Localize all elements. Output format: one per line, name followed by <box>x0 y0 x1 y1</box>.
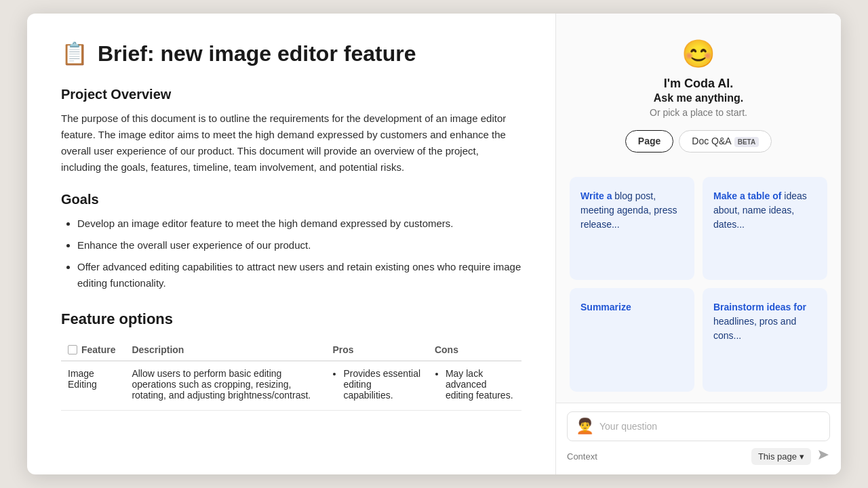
list-item: Offer advanced editing capabilities to a… <box>77 259 521 291</box>
cell-feature: Image Editing <box>61 361 125 411</box>
doc-header: 📋 Brief: new image editor feature <box>61 41 521 66</box>
ai-avatar: 😊 <box>682 38 715 70</box>
cell-pros: Provides essential editing capabilities. <box>326 361 427 411</box>
beta-badge: BETA <box>734 137 759 147</box>
send-icon <box>816 448 830 465</box>
context-tabs: Page Doc Q&ABETA <box>625 130 772 152</box>
table-row: Image Editing Allow users to perform bas… <box>61 361 521 411</box>
app-window: 📋 Brief: new image editor feature Projec… <box>27 14 841 474</box>
send-button[interactable] <box>816 448 830 465</box>
list-item: Provides essential editing capabilities. <box>343 368 420 401</box>
goals-section: Goals Develop an image editor feature to… <box>61 192 521 291</box>
project-overview-heading: Project Overview <box>61 87 521 102</box>
cell-description: Allow users to perform basic editing ope… <box>125 361 326 411</box>
context-select-button[interactable]: This page ▾ <box>751 448 811 465</box>
col-description: Description <box>125 339 326 361</box>
ai-prompt: Or pick a place to start. <box>650 107 747 118</box>
feature-table: Feature Description Pros Cons Image Edit… <box>61 339 521 411</box>
suggestion-grid: Write a blog post, meeting agenda, press… <box>556 166 841 403</box>
project-overview-text: The purpose of this document is to outli… <box>61 110 521 176</box>
context-option-label: This page <box>758 451 797 462</box>
ai-input-row: 🧑‍🦱 <box>567 411 830 441</box>
goals-list: Develop an image editor feature to meet … <box>61 216 521 291</box>
suggestion-write[interactable]: Write a blog post, meeting agenda, press… <box>570 177 694 281</box>
col-feature: Feature <box>61 339 125 361</box>
table-icon <box>68 345 77 354</box>
project-overview-section: Project Overview The purpose of this doc… <box>61 87 521 176</box>
context-row: Context This page ▾ <box>567 448 830 465</box>
suggestion-keyword: Make a table of <box>713 190 781 201</box>
ai-question-input[interactable] <box>599 421 821 432</box>
list-item: May lack advanced editing features. <box>446 368 515 401</box>
tab-page[interactable]: Page <box>625 130 673 152</box>
suggestion-table[interactable]: Make a table of ideas about, name ideas,… <box>703 177 827 281</box>
ai-subtitle: Ask me anything. <box>654 92 743 104</box>
suggestion-rest: headlines, pros and cons... <box>713 316 796 341</box>
suggestion-keyword: Brainstorm ideas for <box>713 302 806 312</box>
user-avatar-icon: 🧑‍🦱 <box>576 418 594 435</box>
doc-icon: 📋 <box>61 41 88 66</box>
ai-title: I'm Coda AI. <box>664 77 734 91</box>
context-label: Context <box>567 451 597 462</box>
cell-cons: May lack advanced editing features. <box>428 361 521 411</box>
suggestion-keyword: Write a <box>580 190 612 201</box>
ai-panel: 😊 I'm Coda AI. Ask me anything. Or pick … <box>556 14 841 474</box>
doc-title: Brief: new image editor feature <box>98 41 416 66</box>
feature-options-section: Feature options Feature Description Pros… <box>61 310 521 411</box>
ai-input-area: 🧑‍🦱 Context This page ▾ <box>556 403 841 474</box>
suggestion-keyword: Summarize <box>580 302 631 312</box>
suggestion-brainstorm[interactable]: Brainstorm ideas for headlines, pros and… <box>703 288 827 392</box>
doc-panel: 📋 Brief: new image editor feature Projec… <box>27 14 556 474</box>
suggestion-summarize[interactable]: Summarize <box>570 288 694 392</box>
feature-options-heading: Feature options <box>61 310 521 328</box>
list-item: Enhance the overall user experience of o… <box>77 237 521 253</box>
list-item: Develop an image editor feature to meet … <box>77 216 521 232</box>
col-cons: Cons <box>428 339 521 361</box>
goals-heading: Goals <box>61 192 521 207</box>
ai-header: 😊 I'm Coda AI. Ask me anything. Or pick … <box>556 14 841 166</box>
col-pros: Pros <box>326 339 427 361</box>
chevron-down-icon: ▾ <box>800 451 804 462</box>
tab-doc-qa[interactable]: Doc Q&ABETA <box>679 130 772 152</box>
